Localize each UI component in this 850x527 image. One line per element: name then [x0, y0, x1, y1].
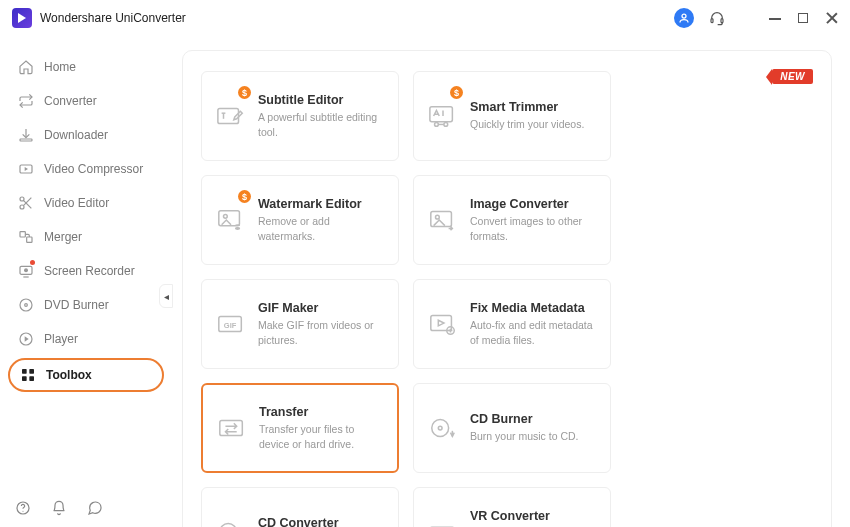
premium-badge-icon: $	[238, 190, 251, 203]
sidebar-item-label: Converter	[44, 94, 97, 108]
support-headset-icon[interactable]	[708, 9, 726, 27]
toolbox-panel: NEW $ Subtitle EditorA powerful subtitle…	[182, 50, 832, 527]
card-desc: Auto-fix and edit metadata of media file…	[470, 318, 598, 346]
record-icon	[18, 263, 34, 279]
premium-badge-icon: $	[450, 86, 463, 99]
card-vr-converter[interactable]: VR ConverterConvert videos to VR and enj…	[413, 487, 611, 527]
image-convert-icon	[428, 207, 458, 233]
sidebar-item-toolbox[interactable]: Toolbox	[8, 358, 164, 392]
card-title: Smart Trimmer	[470, 100, 584, 114]
card-image-converter[interactable]: Image ConverterConvert images to other f…	[413, 175, 611, 265]
svg-point-33	[432, 420, 449, 437]
card-desc: Burn your music to CD.	[470, 429, 579, 443]
sidebar-item-home[interactable]: Home	[8, 52, 164, 82]
menu-icon[interactable]	[740, 9, 754, 27]
title-actions	[674, 8, 838, 28]
svg-point-19	[22, 511, 23, 512]
svg-rect-1	[711, 19, 713, 23]
card-title: GIF Maker	[258, 301, 386, 315]
svg-point-27	[436, 215, 440, 219]
sidebar-item-video-editor[interactable]: Video Editor	[8, 188, 164, 218]
sidebar-item-downloader[interactable]: Downloader	[8, 120, 164, 150]
card-transfer[interactable]: TransferTransfer your files to device or…	[201, 383, 399, 473]
card-desc: Convert images to other formats.	[470, 214, 598, 242]
account-avatar-icon[interactable]	[674, 8, 694, 28]
svg-rect-17	[29, 376, 34, 381]
sidebar-item-label: DVD Burner	[44, 298, 109, 312]
svg-rect-8	[27, 237, 32, 242]
svg-rect-3	[20, 139, 32, 141]
help-icon[interactable]	[14, 499, 32, 517]
title-bar: Wondershare UniConverter	[0, 0, 850, 36]
svg-rect-21	[430, 107, 453, 122]
card-title: Transfer	[259, 405, 385, 419]
svg-point-10	[24, 268, 28, 272]
window-minimize-button[interactable]	[768, 11, 782, 25]
app-title: Wondershare UniConverter	[40, 11, 674, 25]
feedback-icon[interactable]	[86, 499, 104, 517]
card-cd-converter[interactable]: CD ConverterConvert music from CD.	[201, 487, 399, 527]
download-icon	[18, 127, 34, 143]
sidebar-item-label: Toolbox	[46, 368, 92, 382]
sidebar: Home Converter Downloader Video Compress…	[0, 36, 172, 527]
notification-bell-icon[interactable]	[50, 499, 68, 517]
premium-badge-icon: $	[238, 86, 251, 99]
card-title: Fix Media Metadata	[470, 301, 598, 315]
svg-point-25	[224, 214, 228, 218]
converter-icon	[18, 93, 34, 109]
sidebar-item-merger[interactable]: Merger	[8, 222, 164, 252]
svg-point-5	[20, 197, 24, 201]
svg-rect-15	[29, 369, 34, 374]
card-desc: Make GIF from videos or pictures.	[258, 318, 386, 346]
sidebar-collapse-handle[interactable]: ◂	[159, 284, 173, 308]
window-maximize-button[interactable]	[796, 11, 810, 25]
card-title: CD Converter	[258, 516, 370, 527]
svg-rect-7	[20, 232, 25, 237]
card-cd-burner[interactable]: CD BurnerBurn your music to CD.	[413, 383, 611, 473]
svg-point-22	[435, 123, 439, 127]
card-title: Subtitle Editor	[258, 93, 386, 107]
card-smart-trimmer[interactable]: $ Smart TrimmerQuickly trim your videos.	[413, 71, 611, 161]
window-close-button[interactable]	[824, 11, 838, 25]
svg-point-12	[25, 304, 28, 307]
svg-point-11	[20, 299, 32, 311]
new-badge: NEW	[772, 69, 813, 84]
svg-point-34	[438, 426, 442, 430]
toolbox-icon	[20, 367, 36, 383]
tool-grid: $ Subtitle EditorA powerful subtitle edi…	[201, 71, 813, 527]
sidebar-item-player[interactable]: Player	[8, 324, 164, 354]
svg-text:GIF: GIF	[224, 321, 237, 330]
notification-dot-icon	[30, 260, 35, 265]
merge-icon	[18, 229, 34, 245]
sidebar-item-label: Merger	[44, 230, 82, 244]
svg-rect-14	[22, 369, 27, 374]
main-body: Home Converter Downloader Video Compress…	[0, 36, 850, 527]
sidebar-item-converter[interactable]: Converter	[8, 86, 164, 116]
card-subtitle-editor[interactable]: $ Subtitle EditorA powerful subtitle edi…	[201, 71, 399, 161]
svg-point-35	[220, 524, 237, 527]
sidebar-footer	[8, 493, 164, 519]
card-fix-metadata[interactable]: Fix Media MetadataAuto-fix and edit meta…	[413, 279, 611, 369]
sidebar-nav: Home Converter Downloader Video Compress…	[8, 52, 164, 392]
sidebar-item-label: Video Editor	[44, 196, 109, 210]
card-desc: Quickly trim your videos.	[470, 117, 584, 131]
gif-icon: GIF	[216, 311, 246, 337]
card-title: VR Converter	[470, 509, 598, 523]
card-title: CD Burner	[470, 412, 579, 426]
svg-point-23	[444, 123, 448, 127]
card-title: Watermark Editor	[258, 197, 386, 211]
disc-icon	[18, 297, 34, 313]
home-icon	[18, 59, 34, 75]
card-desc: A powerful subtitle editing tool.	[258, 110, 386, 138]
transfer-icon	[217, 415, 247, 441]
card-watermark-editor[interactable]: $ Watermark EditorRemove or add watermar…	[201, 175, 399, 265]
sidebar-item-dvd-burner[interactable]: DVD Burner	[8, 290, 164, 320]
card-gif-maker[interactable]: GIF GIF MakerMake GIF from videos or pic…	[201, 279, 399, 369]
play-icon	[18, 331, 34, 347]
vr-icon	[428, 519, 458, 527]
sidebar-item-video-compressor[interactable]: Video Compressor	[8, 154, 164, 184]
sidebar-item-screen-recorder[interactable]: Screen Recorder	[8, 256, 164, 286]
svg-rect-32	[220, 421, 243, 436]
card-desc: Remove or add watermarks.	[258, 214, 386, 242]
app-window: Wondershare UniConverter Home	[0, 0, 850, 527]
